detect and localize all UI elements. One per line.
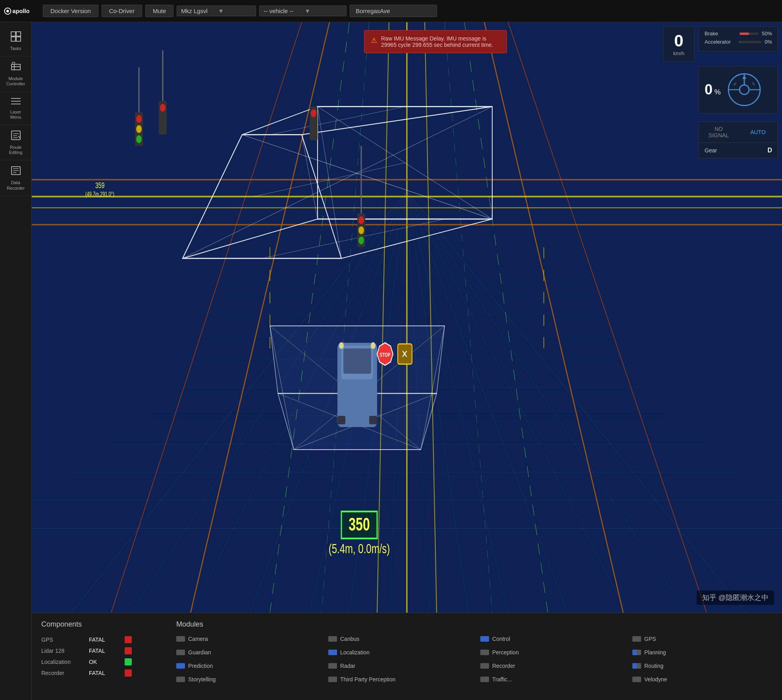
module-indicator-recorder [480,663,489,669]
tasks-label: Tasks [10,46,21,51]
svg-rect-110 [369,416,377,424]
svg-point-112 [371,342,376,349]
imu-alert: ⚠ Raw IMU Message Delay. IMU message is … [364,30,507,53]
table-row: Recorder FATAL [41,667,152,679]
module-label-velodyne: Velodyne [644,676,667,683]
svg-point-98 [311,130,316,138]
list-item: Camera [176,634,316,644]
sidebar-item-layer-menu[interactable]: LayerMenu [0,92,31,125]
comp-status-recorder: FATAL [89,670,121,676]
logo: apollo [4,4,36,18]
data-recorder-label: DataRecorder [7,180,25,190]
module-indicator-guardian [176,650,185,655]
list-item: Canbus [328,634,468,644]
vehicle-select[interactable]: -- vehicle -- ▼ [259,6,347,16]
module-indicator-third-party [328,677,337,682]
list-item: Perception [480,648,620,657]
auto-button[interactable]: AUTO [738,125,778,139]
content-area: STOP ✕ 350 (5.4m, 0.0m/s) 359 (49.7m,291… [32,22,782,700]
layer-menu-icon [10,97,21,108]
svg-text:(5.4m, 0.0m/s): (5.4m, 0.0m/s) [329,541,390,556]
table-row: Lidar 128 FATAL [41,645,152,656]
comp-name-gps: GPS [41,637,89,643]
svg-point-83 [136,135,142,143]
module-label-perception: Perception [492,649,519,656]
main-layout: Tasks Module Controller Lay [0,22,782,700]
speed-unit: km/h [670,50,687,56]
components-title: Components [41,620,152,629]
docker-version-button[interactable]: Docker Version [43,5,98,17]
module-indicator-velodyne [632,677,641,682]
gear-value: D [767,147,772,154]
module-controller-icon [10,61,21,75]
module-indicator-perception [480,650,489,655]
module-label-storytelling: Storytelling [188,676,216,683]
list-item: GPS [632,634,772,644]
table-row: GPS FATAL [41,634,152,645]
co-driver-button[interactable]: Co-Driver [102,5,142,17]
modules-title: Modules [176,620,772,629]
comp-name-lidar: Lidar 128 [41,648,89,654]
watermark: 知乎 @隐匿潮水之中 [697,590,774,605]
list-item: Control [480,634,620,644]
svg-rect-14 [12,131,20,140]
list-item: Routing [632,661,772,671]
brake-label: Brake [705,31,736,37]
comp-dot-gps [125,636,132,643]
module-indicator-routing [632,663,641,669]
map-select[interactable]: Mkz Lgsvl ▼ [177,6,256,16]
speed-panel: 0 km/h [663,26,695,62]
layer-menu-label: LayerMenu [10,110,21,120]
sidebar-item-data-recorder[interactable]: DataRecorder [0,160,31,196]
sidebar-item-module-controller[interactable]: Module Controller [0,56,31,92]
mute-button[interactable]: Mute [145,5,173,17]
module-label-traffic: Traffic... [492,676,512,683]
imu-alert-text: Raw IMU Message Delay. IMU message is 29… [381,35,500,48]
steering-pct-value: 0 [705,81,713,98]
accel-pct: 0% [765,39,772,45]
list-item: Third Party Perception [328,675,468,684]
map-area[interactable]: STOP ✕ 350 (5.4m, 0.0m/s) 359 (49.7m,291… [32,22,782,613]
components-section: Components GPS FATAL Lidar 128 FATAL Loc… [41,620,152,693]
list-item: Guardian [176,648,316,657]
module-indicator-localization [328,650,337,655]
signal-gear-panel: NO SIGNAL AUTO Gear D [699,121,778,158]
module-indicator-canbus [328,636,337,642]
list-item: Velodyne [632,675,772,684]
no-signal-button[interactable]: NO SIGNAL [699,122,738,142]
comp-status-gps: FATAL [89,637,121,643]
comp-dot-recorder [125,669,132,677]
list-item: Localization [328,648,468,657]
module-controller-label: Module Controller [6,76,25,87]
location-input[interactable] [350,5,437,17]
list-item: Recorder [480,661,620,671]
svg-rect-6 [16,37,21,41]
module-label-prediction: Prediction [188,663,213,669]
svg-point-125 [740,85,749,94]
svg-rect-5 [11,37,15,41]
comp-name-recorder: Recorder [41,670,89,676]
route-editing-icon [10,130,21,143]
module-indicator-radar [328,663,337,669]
module-indicator-control [480,636,489,642]
svg-text:(49.7m,291.0°): (49.7m,291.0°) [85,191,114,198]
module-label-planning: Planning [644,649,666,656]
speed-value: 0 [670,31,687,50]
brake-accel-panel: Brake 50% Accelerator 0% [699,26,778,52]
svg-point-81 [136,115,142,123]
svg-point-87 [160,114,166,122]
svg-rect-10 [12,62,15,64]
comp-dot-localization [125,658,132,665]
components-table: GPS FATAL Lidar 128 FATAL Localization O… [41,634,152,679]
module-label-camera: Camera [188,636,208,642]
sidebar-item-route-editing[interactable]: RouteEditing [0,125,31,160]
module-indicator-camera [176,636,185,642]
modules-section: Modules Camera Canbus Control [176,620,772,693]
list-item: Radar [328,661,468,671]
sidebar-item-tasks[interactable]: Tasks [0,26,31,56]
module-indicator-storytelling [176,677,185,682]
comp-status-localization: OK [89,659,121,665]
svg-text:359: 359 [95,181,104,190]
brake-bar-fill [740,33,749,35]
brake-bar-bg [740,33,759,35]
